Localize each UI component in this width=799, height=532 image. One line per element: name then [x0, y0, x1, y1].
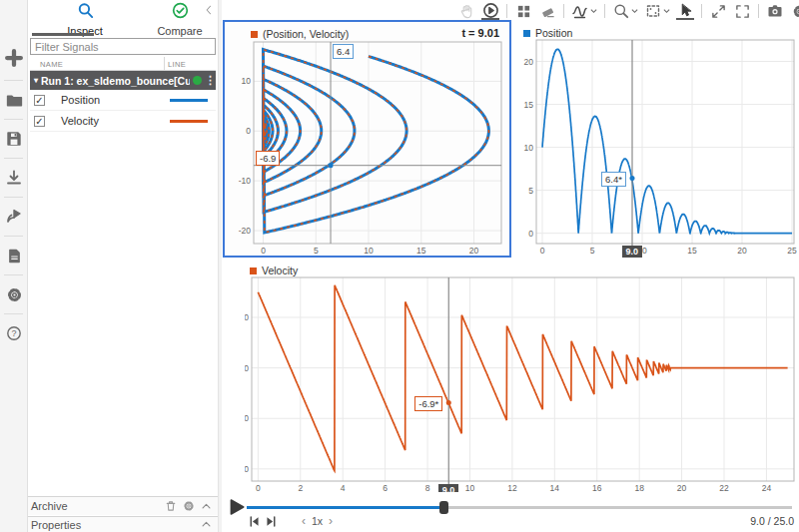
playback-bar: ‹ 1x › 9.0 / 25.0	[222, 494, 799, 532]
signal-label: Velocity	[61, 115, 170, 127]
collapse-panel-icon[interactable]	[203, 2, 215, 20]
pointer-icon[interactable]	[676, 2, 694, 20]
fit-view-icon[interactable]	[644, 2, 670, 20]
svg-text:5: 5	[528, 186, 533, 196]
time-display: 9.0 / 25.0	[750, 515, 794, 527]
position-plot-panel[interactable]: 051015202505101520 Position 6.4* 9.0	[513, 22, 799, 258]
position-legend[interactable]: Position	[523, 27, 572, 39]
step-forward-button[interactable]	[265, 515, 278, 528]
snapshot-icon[interactable]	[766, 2, 784, 20]
svg-text:-20: -20	[245, 464, 249, 474]
settings2-icon[interactable]	[790, 2, 799, 20]
signal-row-velocity[interactable]: ✓ Velocity	[30, 111, 216, 132]
svg-text:0: 0	[256, 483, 261, 492]
position-time-badge[interactable]: 9.0	[622, 246, 643, 258]
position-plot[interactable]: 051015202505101520	[513, 22, 799, 258]
tab-inspect[interactable]: Inspect	[50, 2, 120, 37]
velocity-legend[interactable]: Velocity	[250, 265, 298, 276]
play-button[interactable]	[228, 498, 246, 516]
caret-down-icon[interactable]	[663, 8, 670, 14]
velocity-plot-panel[interactable]: 024681012141618202224100-10-20 Velocity …	[245, 262, 799, 492]
replay-icon[interactable]	[481, 2, 499, 20]
velocity-checkbox[interactable]: ✓	[34, 116, 45, 127]
filter-signals-input[interactable]	[30, 38, 216, 55]
run-row[interactable]: ▾ Run 1: ex_sldemo_bounce[Current] ⋮	[30, 71, 216, 90]
playback-slider[interactable]	[247, 506, 792, 509]
step-controls: ‹ 1x ›	[248, 514, 339, 528]
xy-legend[interactable]: (Position, Velocity)	[251, 28, 349, 40]
signal-row-position[interactable]: ✓ Position	[30, 90, 216, 111]
svg-text:14: 14	[550, 483, 560, 492]
rail-separator	[4, 197, 23, 198]
import-icon[interactable]	[0, 161, 28, 195]
active-tab-underline	[32, 33, 94, 36]
svg-text:20: 20	[677, 483, 687, 492]
velocity-legend-label: Velocity	[262, 265, 298, 276]
export-icon[interactable]	[0, 200, 28, 234]
signal-label: Position	[61, 94, 170, 106]
position-cursor-value[interactable]: 6.4*	[601, 172, 626, 187]
trash-icon[interactable]	[165, 500, 177, 512]
save-icon[interactable]	[0, 122, 28, 156]
position-checkbox[interactable]: ✓	[34, 95, 45, 106]
fullscreen-icon[interactable]	[733, 2, 751, 20]
grid-layout-icon[interactable]	[514, 2, 532, 20]
gear-icon[interactable]	[183, 500, 195, 512]
signal-wave-icon[interactable]	[571, 2, 597, 20]
legend-swatch	[250, 267, 257, 274]
caret-down-icon[interactable]: ▾	[34, 76, 38, 85]
position-legend-label: Position	[535, 27, 572, 39]
simulation-data-inspector: ? Inspect Compare NAME LINE ▾ Run 1: ex_…	[0, 0, 799, 532]
panel-scrollbar-gutter[interactable]	[218, 0, 222, 532]
playback-progress-fill	[247, 506, 443, 509]
properties-section-header[interactable]: Properties	[28, 516, 218, 532]
toolbar-separator	[758, 4, 759, 18]
archive-section-header[interactable]: Archive	[28, 496, 218, 515]
eraser-icon[interactable]	[538, 2, 556, 20]
caret-down-icon[interactable]	[631, 8, 638, 14]
svg-text:10: 10	[465, 483, 475, 492]
xy-cursor-y-value[interactable]: -6.9	[256, 151, 280, 166]
kebab-menu-icon[interactable]: ⋮	[205, 74, 215, 87]
svg-text:-10: -10	[239, 176, 252, 186]
folder-icon[interactable]	[0, 83, 28, 117]
velocity-time-badge[interactable]: 9.0	[438, 484, 459, 492]
xy-plot[interactable]: 05101520100-10-20	[225, 22, 509, 256]
velocity-cursor-value[interactable]: -6.9*	[414, 396, 442, 411]
svg-text:6: 6	[383, 483, 388, 492]
properties-label: Properties	[31, 519, 201, 531]
rail-separator	[4, 236, 23, 237]
report-icon[interactable]	[0, 239, 28, 272]
svg-text:0: 0	[245, 363, 249, 373]
chevron-up-icon[interactable]	[201, 501, 212, 512]
svg-text:25: 25	[787, 246, 797, 256]
settings-icon[interactable]	[0, 277, 28, 311]
svg-text:22: 22	[719, 483, 729, 492]
xy-legend-label: (Position, Velocity)	[263, 28, 349, 40]
position-line-swatch	[170, 99, 208, 102]
chevron-up-icon[interactable]	[201, 519, 212, 530]
zoom-icon[interactable]	[612, 2, 638, 20]
help-icon[interactable]: ?	[0, 316, 28, 350]
expand-icon[interactable]	[709, 2, 727, 20]
pan-hand-icon	[457, 2, 475, 20]
svg-text:24: 24	[762, 483, 772, 492]
tab-bar: Inspect Compare	[28, 0, 218, 36]
svg-text:-10: -10	[245, 413, 249, 423]
plot-toolbar	[454, 1, 799, 21]
speed-label[interactable]: 1x	[312, 515, 323, 527]
speed-up-button[interactable]: ›	[323, 514, 339, 528]
xy-cursor-x-value[interactable]: 6.4	[333, 44, 354, 59]
magnifier-icon	[77, 5, 94, 22]
add-icon[interactable]	[0, 38, 28, 78]
playback-slider-handle[interactable]	[439, 501, 448, 514]
svg-text:0: 0	[246, 126, 251, 136]
svg-text:-20: -20	[239, 226, 252, 236]
step-back-button[interactable]	[248, 515, 261, 528]
xy-plot-panel[interactable]: 05101520100-10-20 (Position, Velocity) t…	[223, 20, 511, 258]
velocity-plot[interactable]: 024681012141618202224100-10-20	[245, 262, 799, 492]
speed-down-button[interactable]: ‹	[296, 514, 312, 528]
time-annotation: t = 9.01	[461, 27, 499, 39]
caret-down-icon[interactable]	[590, 8, 597, 14]
toolbar-separator	[701, 4, 702, 18]
